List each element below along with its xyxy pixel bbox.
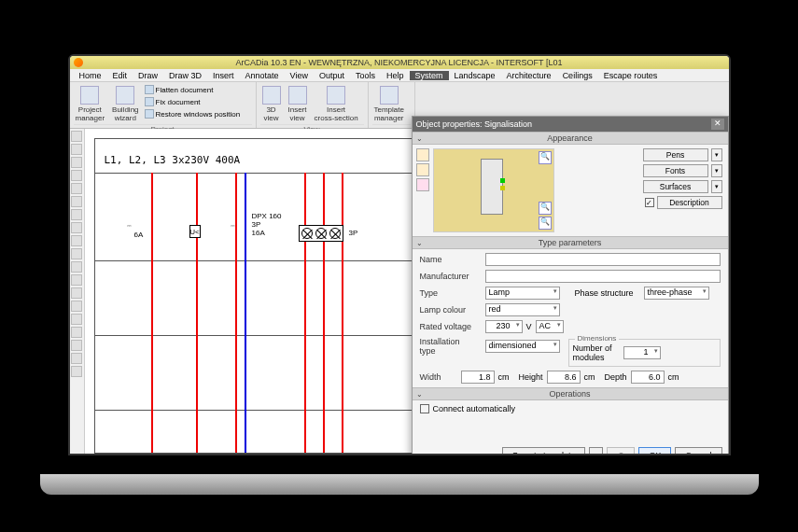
tool-text-icon[interactable] <box>71 157 82 168</box>
tool-scale-icon[interactable] <box>71 327 82 338</box>
insert-view-icon <box>288 86 307 105</box>
cancel-button[interactable]: Cancel <box>675 447 721 455</box>
fix-doc-button[interactable]: Fix document <box>145 96 241 107</box>
tool-block-icon[interactable] <box>71 287 82 299</box>
fonts-button[interactable]: Fonts <box>643 164 708 177</box>
save-to-template-dropdown[interactable]: ▾ <box>589 447 603 455</box>
mini-pin-icon[interactable] <box>416 178 429 191</box>
depth-input[interactable] <box>631 371 665 384</box>
vertical-toolbar <box>70 129 85 454</box>
type-select[interactable]: Lamp <box>485 287 560 300</box>
tool-hatch-icon[interactable] <box>71 235 82 246</box>
tool-move-icon[interactable] <box>71 314 82 325</box>
menu-system[interactable]: System <box>410 71 449 80</box>
manufacturer-input[interactable] <box>485 270 721 283</box>
modules-select[interactable]: 1 <box>623 346 661 359</box>
insert-cross-section-button[interactable]: Insert cross-section <box>313 84 360 124</box>
preview-pane: 🔍 🔍 🔍 <box>433 148 554 232</box>
template-manager-icon <box>380 86 399 105</box>
menu-landscape[interactable]: Landscape <box>449 71 501 80</box>
width-input[interactable] <box>461 371 495 384</box>
menu-view[interactable]: View <box>285 71 314 80</box>
menu-ceilings[interactable]: Ceilings <box>557 71 598 80</box>
connect-auto-checkbox[interactable] <box>420 404 429 413</box>
tool-layer-icon[interactable] <box>71 274 82 286</box>
name-input[interactable] <box>485 253 721 266</box>
3d-view-icon <box>262 86 281 105</box>
voltage-select[interactable]: 230 <box>485 320 523 333</box>
tool-circle-icon[interactable] <box>71 196 82 207</box>
cross-section-icon <box>327 86 345 105</box>
lamps-label: 3P <box>349 229 358 237</box>
tool-rect-icon[interactable] <box>71 209 82 220</box>
menu-edit[interactable]: Edit <box>107 71 133 80</box>
description-button[interactable]: Description <box>657 196 722 209</box>
zoom-in-button[interactable]: 🔍 <box>539 151 552 164</box>
description-checkbox[interactable]: ✓ <box>645 198 654 207</box>
dialog-close-button[interactable]: ✕ <box>711 119 724 130</box>
dialog-titlebar[interactable]: Object properties: Signalisation ✕ <box>413 117 728 132</box>
depth-label: Depth <box>605 372 627 382</box>
pens-button[interactable]: Pens <box>643 148 708 161</box>
section-appearance[interactable]: ⌄Appearance <box>413 132 728 145</box>
template-manager-button[interactable]: Template manager <box>372 84 406 124</box>
tool-line-icon[interactable] <box>71 144 82 155</box>
tool-copy-icon[interactable] <box>71 301 82 312</box>
menu-insert[interactable]: Insert <box>207 71 240 80</box>
type-label: Type <box>420 288 482 298</box>
install-type-select[interactable]: dimensioned <box>485 340 560 353</box>
tool-dim-icon[interactable] <box>71 248 82 259</box>
menu-home[interactable]: Home <box>74 71 107 80</box>
tool-poly-icon[interactable] <box>71 222 82 233</box>
menu-draw[interactable]: Draw <box>133 71 163 80</box>
menu-escape-routes[interactable]: Escape routes <box>598 71 664 80</box>
menu-draw3d[interactable]: Draw 3D <box>163 71 207 80</box>
tool-rotate-icon[interactable] <box>71 340 82 351</box>
tool-curve-icon[interactable] <box>71 183 82 194</box>
modules-label: Number of modules <box>573 343 620 362</box>
voltage-label: Rated voltage <box>420 322 482 331</box>
breaker1-label: 6A <box>134 231 144 239</box>
breaker2-symbol: ⎓ <box>231 221 235 230</box>
zoom-out-button[interactable]: 🔍 <box>539 217 552 230</box>
save-to-template-button[interactable]: Save to template <box>502 447 586 455</box>
restore-windows-button[interactable]: Restore windows position <box>145 108 241 119</box>
tool-trim-icon[interactable] <box>71 366 82 377</box>
project-manager-button[interactable]: Project manager <box>74 84 107 124</box>
menu-tools[interactable]: Tools <box>350 71 381 80</box>
surfaces-dropdown[interactable]: ▾ <box>711 180 722 193</box>
tool-arrow-icon[interactable] <box>71 131 82 142</box>
menu-annotate[interactable]: Annotate <box>240 71 285 80</box>
breaker2-label: DPX 160 3P 16A <box>252 212 282 237</box>
section-type-params[interactable]: ⌄Type parameters <box>413 236 728 249</box>
undo-button[interactable]: ↶ <box>607 447 635 455</box>
app-logo-icon <box>74 58 83 67</box>
building-wizard-button[interactable]: Building wizard <box>110 84 140 124</box>
menu-help[interactable]: Help <box>381 71 410 80</box>
object-properties-dialog: Object properties: Signalisation ✕ ⌄Appe… <box>412 116 729 455</box>
install-type-label: Installation type <box>420 337 482 356</box>
menubar: Home Edit Draw Draw 3D Insert Annotate V… <box>70 69 729 82</box>
colour-select[interactable]: red <box>485 303 560 316</box>
ok-button[interactable]: OK <box>638 447 671 455</box>
fonts-dropdown[interactable]: ▾ <box>711 164 722 177</box>
tool-measure-icon[interactable] <box>71 261 82 273</box>
menu-architecture[interactable]: Architecture <box>501 71 557 80</box>
mini-folder-open-icon[interactable] <box>416 148 429 161</box>
height-input[interactable] <box>547 371 581 384</box>
zoom-fit-button[interactable]: 🔍 <box>539 202 552 215</box>
section-operations[interactable]: ⌄Operations <box>413 387 728 400</box>
tool-arc-icon[interactable] <box>71 170 82 181</box>
colour-label: Lamp colour <box>420 305 482 315</box>
surfaces-button[interactable]: Surfaces <box>643 180 708 193</box>
flatten-doc-button[interactable]: Flatten document <box>145 84 241 95</box>
3d-view-button[interactable]: 3D view <box>260 84 283 124</box>
insert-view-button[interactable]: Insert view <box>287 84 309 124</box>
pens-dropdown[interactable]: ▾ <box>711 148 722 161</box>
menu-output[interactable]: Output <box>314 71 350 80</box>
ac-select[interactable]: AC <box>536 320 564 333</box>
laptop-base <box>40 474 759 495</box>
tool-mirror-icon[interactable] <box>71 353 82 364</box>
phase-select[interactable]: three-phase <box>644 287 709 300</box>
mini-folder-save-icon[interactable] <box>416 163 429 176</box>
